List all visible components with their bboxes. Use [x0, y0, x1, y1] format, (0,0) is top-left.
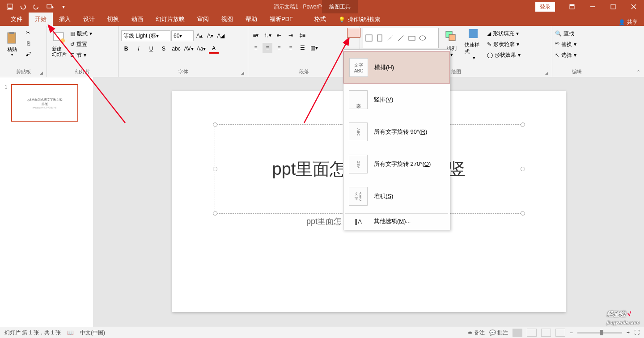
slide-thumbnail-panel[interactable]: 1 ppt里面怎么将文字改为竖 排版 ppt里面怎么将文字改为竖排版	[0, 77, 94, 327]
resize-handle-nw[interactable]	[213, 123, 217, 127]
line-icon	[386, 34, 394, 42]
section-button[interactable]: ⊟节 ▾	[70, 50, 110, 60]
notes-button[interactable]: ≐ 备注	[468, 329, 484, 337]
slideshow-view-button[interactable]	[555, 329, 565, 337]
sorter-view-button[interactable]	[527, 329, 537, 337]
tab-home[interactable]: 开始	[29, 13, 53, 26]
shape-outline-button[interactable]: ✎形状轮廓 ▾	[487, 39, 532, 49]
find-button[interactable]: 🔍查找	[555, 29, 595, 38]
change-case-button[interactable]: Aa▾	[196, 44, 206, 54]
dialog-launcher-icon[interactable]: ◢	[241, 71, 244, 75]
reset-button[interactable]: ↺重置	[70, 39, 110, 49]
fit-to-window-button[interactable]: ⛶	[634, 330, 640, 336]
resize-handle-e[interactable]	[521, 167, 525, 171]
paste-button[interactable]: 粘贴 ▾	[3, 28, 21, 60]
tab-review[interactable]: 审阅	[191, 13, 215, 26]
tab-animation[interactable]: 动画	[125, 13, 149, 26]
login-button[interactable]: 登录	[535, 2, 555, 12]
replace-button[interactable]: ᵃᵇ替换 ▾	[555, 39, 595, 49]
save-icon[interactable]	[4, 1, 15, 12]
align-left-button[interactable]: ≡	[251, 43, 261, 53]
menu-item-rotate90[interactable]: ABC 所有文字旋转 90°(R)	[343, 116, 450, 148]
spellcheck-icon[interactable]: 📖	[67, 330, 74, 336]
menu-item-horizontal[interactable]: 文字ABC 横排(H)	[343, 51, 450, 84]
minimize-button[interactable]	[582, 0, 603, 13]
tab-format[interactable]: 格式	[308, 13, 332, 26]
columns-button[interactable]: ▥▾	[309, 43, 319, 53]
decrease-indent-button[interactable]: ⇤	[274, 30, 284, 40]
dialog-launcher-icon[interactable]: ◢	[40, 71, 43, 75]
bold-button[interactable]: B	[121, 44, 131, 54]
distribute-button[interactable]: ☰	[297, 43, 307, 53]
qat-customize-icon[interactable]: ▾	[58, 1, 69, 12]
align-center-button[interactable]: ≡	[263, 43, 272, 53]
align-right-button[interactable]: ≡	[274, 43, 284, 53]
new-slide-button[interactable]: 新建 幻灯片	[50, 28, 68, 60]
tab-slideshow[interactable]: 幻灯片放映	[149, 13, 191, 26]
maximize-button[interactable]	[603, 0, 623, 13]
tab-help[interactable]: 帮助	[239, 13, 263, 26]
ribbon-display-options-icon[interactable]	[562, 0, 582, 13]
bullets-button[interactable]: ≡▾	[251, 30, 261, 40]
redo-icon[interactable]	[31, 1, 42, 12]
decrease-font-button[interactable]: A▾	[205, 31, 215, 41]
tab-transition[interactable]: 切换	[101, 13, 125, 26]
layout-button[interactable]: ▦版式 ▾	[70, 29, 110, 38]
font-size-combo[interactable]: 60 ▾	[171, 30, 194, 41]
tab-design[interactable]: 设计	[77, 13, 101, 26]
shapes-gallery[interactable]	[363, 28, 439, 48]
shadow-button[interactable]: S	[159, 44, 169, 54]
copy-button[interactable]: ⎘	[23, 38, 33, 48]
justify-button[interactable]: ≡	[286, 43, 296, 53]
italic-button[interactable]: I	[134, 44, 144, 54]
select-button[interactable]: ↖选择 ▾	[555, 50, 595, 60]
underline-button[interactable]: U	[146, 44, 156, 54]
line-spacing-button[interactable]: ‡≡	[297, 30, 307, 40]
resize-handle-se[interactable]	[521, 211, 525, 215]
numbering-button[interactable]: ⒈▾	[263, 30, 272, 40]
dialog-launcher-icon[interactable]: ◢	[545, 71, 548, 75]
collapse-ribbon-icon[interactable]: ⌃	[636, 69, 640, 75]
tell-me-search[interactable]: 💡 操作说明搜索	[332, 13, 386, 26]
tab-file[interactable]: 文件	[4, 13, 29, 26]
cut-button[interactable]: ✂	[23, 28, 33, 38]
close-button[interactable]	[623, 0, 644, 13]
normal-view-button[interactable]	[513, 329, 522, 337]
text-direction-button[interactable]	[347, 28, 360, 38]
clear-format-button[interactable]: A◢	[216, 31, 226, 41]
comments-button[interactable]: 💬 批注	[489, 329, 508, 337]
menu-item-more-options[interactable]: ‖A 其他选项(M)...	[343, 215, 450, 228]
shape-effects-button[interactable]: ◯形状效果 ▾	[487, 50, 532, 60]
menu-item-vertical[interactable]: 文字 竖排(V)	[343, 84, 450, 116]
share-button[interactable]: 👤 共享	[619, 18, 638, 26]
reading-view-button[interactable]	[541, 329, 551, 337]
zoom-in-button[interactable]: +	[627, 330, 630, 336]
increase-indent-button[interactable]: ⇥	[286, 30, 296, 40]
char-spacing-button[interactable]: AV▾	[184, 44, 194, 54]
paste-icon	[5, 31, 19, 45]
paste-label: 粘贴	[7, 46, 17, 53]
subtitle-text[interactable]: ppt里面怎	[306, 216, 342, 227]
increase-font-button[interactable]: A▴	[195, 31, 204, 41]
tab-view[interactable]: 视图	[215, 13, 239, 26]
tab-foxit[interactable]: 福昕PDF	[263, 13, 299, 26]
undo-icon[interactable]	[18, 1, 29, 12]
shape-fill-button[interactable]: ◢形状填充 ▾	[487, 29, 532, 38]
resize-handle-w[interactable]	[213, 167, 217, 171]
resize-handle-ne[interactable]	[521, 123, 525, 127]
menu-item-rotate270[interactable]: ABC 所有文字旋转 270°(O)	[343, 148, 450, 180]
slide-thumbnail[interactable]: ppt里面怎么将文字改为竖 排版 ppt里面怎么将文字改为竖排版	[11, 84, 78, 122]
zoom-out-button[interactable]: −	[570, 330, 573, 336]
tab-insert[interactable]: 插入	[53, 13, 77, 26]
font-name-combo[interactable]: 等线 Light (标▾	[121, 30, 170, 41]
start-from-beginning-icon[interactable]	[45, 1, 55, 12]
resize-handle-sw[interactable]	[213, 211, 217, 215]
zoom-slider[interactable]	[577, 332, 622, 334]
format-painter-button[interactable]: 🖌	[23, 49, 33, 59]
strikethrough-button[interactable]: abc	[171, 44, 181, 54]
quick-styles-button[interactable]: 快速样式▾	[465, 28, 483, 60]
menu-item-stacked[interactable]: 文字ABC 堆积(S)	[343, 180, 450, 212]
quick-access-toolbar: ▾	[0, 1, 69, 12]
language-label[interactable]: 中文(中国)	[80, 329, 105, 337]
font-color-button[interactable]: A	[209, 44, 219, 54]
